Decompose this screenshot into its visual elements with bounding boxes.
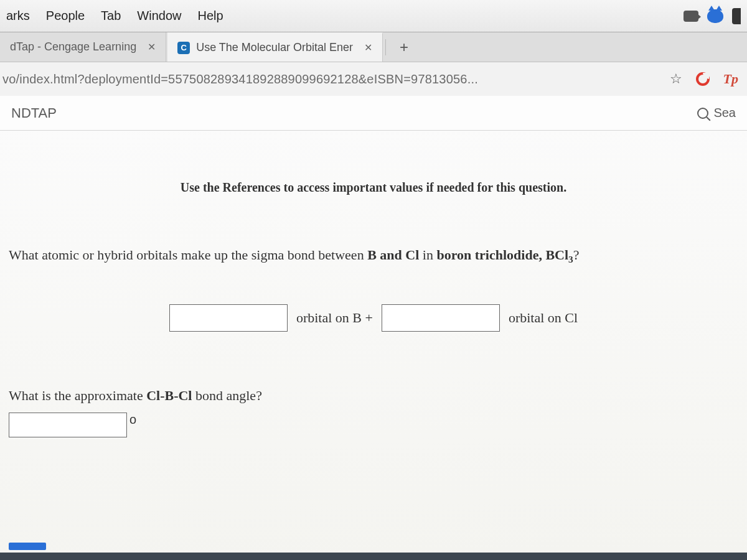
orbital-on-cl-input[interactable] xyxy=(382,304,500,332)
browser-chrome: dTap - Cengage Learning ✕ C Use The Mole… xyxy=(0,32,747,553)
orbital-on-b-label: orbital on B + xyxy=(296,310,373,326)
progress-indicator xyxy=(9,543,46,550)
new-tab-button[interactable]: + xyxy=(388,39,420,56)
tab-cengage[interactable]: dTap - Cengage Learning ✕ xyxy=(0,32,166,62)
bond-angle-input[interactable] xyxy=(9,413,127,437)
app-title: NDTAP xyxy=(11,105,57,121)
tab-molecular-orbital[interactable]: C Use The Molecular Orbital Ener ✕ xyxy=(167,32,383,62)
app-header: NDTAP Sea xyxy=(0,96,747,131)
question-2-text: What is the approximate Cl-B-Cl bond ang… xyxy=(9,388,738,404)
menu-item-window[interactable]: Window xyxy=(137,9,181,23)
references-note: Use the References to access important v… xyxy=(9,180,738,195)
extension-icon[interactable] xyxy=(696,72,710,86)
address-bar: vo/index.html?deploymentId=5575082893418… xyxy=(0,62,747,96)
search-icon xyxy=(697,108,708,119)
bookmark-star-icon[interactable]: ☆ xyxy=(670,71,682,87)
question-content: Use the References to access important v… xyxy=(0,131,747,553)
degree-symbol: o xyxy=(129,413,136,427)
url-text[interactable]: vo/index.html?deploymentId=5575082893418… xyxy=(0,72,670,86)
menu-item-tab[interactable]: Tab xyxy=(101,9,121,23)
tab-title: dTap - Cengage Learning xyxy=(10,40,136,54)
search-label: Sea xyxy=(713,106,736,120)
menu-item-people[interactable]: People xyxy=(46,9,85,23)
status-icon xyxy=(732,8,741,24)
close-icon[interactable]: ✕ xyxy=(148,41,156,53)
orbital-on-cl-label: orbital on Cl xyxy=(509,310,578,326)
search-button[interactable]: Sea xyxy=(697,106,736,120)
close-icon[interactable]: ✕ xyxy=(364,42,372,54)
orbital-on-b-input[interactable] xyxy=(169,304,288,332)
answer-row-2: o xyxy=(9,413,738,437)
tab-title: Use The Molecular Orbital Ener xyxy=(196,41,353,54)
question-1-text: What atomic or hybrid orbitals make up t… xyxy=(9,245,738,267)
answer-row-1: orbital on B + orbital on Cl xyxy=(9,304,738,332)
menu-item-help[interactable]: Help xyxy=(197,9,223,23)
tab-bar: dTap - Cengage Learning ✕ C Use The Mole… xyxy=(0,32,747,62)
tab-divider xyxy=(385,39,386,55)
extension-tp-icon[interactable]: Tp xyxy=(723,71,738,87)
mail-icon[interactable] xyxy=(707,9,723,23)
camera-icon[interactable] xyxy=(684,11,698,22)
favicon-icon: C xyxy=(177,42,190,54)
system-menubar: arks People Tab Window Help xyxy=(0,0,747,32)
menu-item-bookmarks[interactable]: arks xyxy=(6,9,30,23)
